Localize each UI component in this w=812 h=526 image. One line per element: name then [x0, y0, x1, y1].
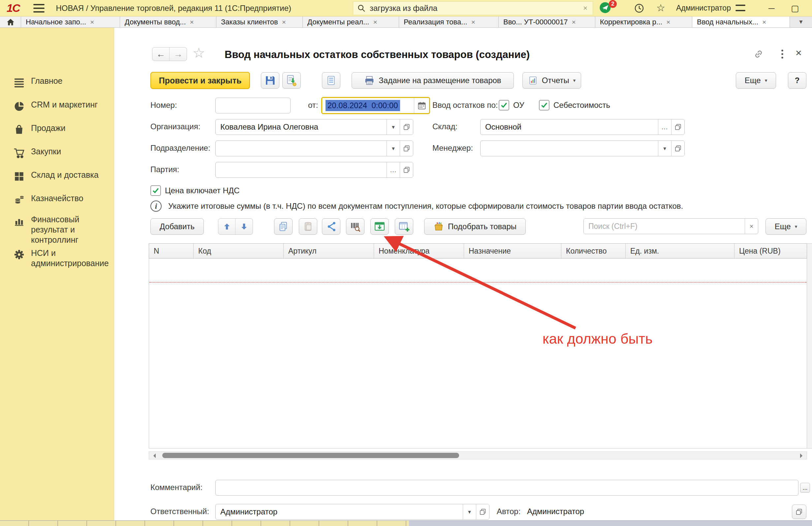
- tab-close-icon[interactable]: ×: [666, 18, 670, 26]
- sidebar-item-kaznacheystvo[interactable]: Казначейство: [0, 193, 114, 206]
- tab-close-icon[interactable]: ×: [282, 18, 286, 26]
- help-button[interactable]: ?: [788, 72, 807, 89]
- close-document-icon[interactable]: ×: [796, 47, 802, 59]
- current-user[interactable]: Администратор: [676, 4, 731, 13]
- barcode-scan-button[interactable]: [346, 218, 364, 235]
- warehouse-field[interactable]: Основной ...: [480, 119, 685, 135]
- favorite-star-icon[interactable]: ☆: [193, 45, 205, 61]
- load-from-file-button[interactable]: [371, 218, 389, 235]
- favorites-icon[interactable]: ☆: [656, 2, 665, 14]
- pick-goods-button[interactable]: Подобрать товары: [424, 218, 526, 235]
- more-button-top[interactable]: Еще▾: [736, 72, 776, 89]
- checkbox-ou[interactable]: ОУ: [499, 100, 524, 111]
- tab-korrektirovka[interactable]: Корректировка р...×: [595, 16, 692, 27]
- vertical-scrollbar[interactable]: [807, 243, 812, 449]
- organization-field[interactable]: Ковалева Ирина Олеговна ▾: [215, 119, 413, 135]
- table-body[interactable]: [149, 259, 807, 449]
- manager-field[interactable]: ▾: [480, 141, 685, 156]
- tab-close-icon[interactable]: ×: [471, 18, 475, 26]
- col-cena[interactable]: Цена (RUB): [735, 244, 807, 258]
- table-search-input[interactable]: [584, 219, 745, 234]
- open-icon[interactable]: [671, 141, 684, 156]
- history-icon[interactable]: [634, 3, 644, 14]
- tab-realizaciya[interactable]: Реализация това...×: [399, 16, 499, 27]
- save-button[interactable]: [261, 72, 279, 89]
- sidebar-item-zakupki[interactable]: Закупки: [0, 146, 114, 160]
- paste-row-button[interactable]: [299, 218, 317, 235]
- open-icon[interactable]: [400, 141, 413, 156]
- move-up-button[interactable]: [218, 219, 235, 234]
- table-search[interactable]: ×: [583, 218, 758, 234]
- col-ed-izm[interactable]: Ед. изм.: [626, 244, 735, 258]
- number-field[interactable]: [215, 98, 291, 114]
- col-nomenklatura[interactable]: Номенклатура: [374, 244, 464, 258]
- search-clear-icon[interactable]: ×: [745, 219, 758, 234]
- more-button-table[interactable]: Еще▾: [766, 218, 807, 235]
- vat-checkbox[interactable]: Цена включает НДС: [150, 185, 240, 196]
- sidebar-item-finrezultat[interactable]: Финансовый результат и контроллинг: [0, 214, 114, 245]
- minimize-button[interactable]: ─: [768, 0, 774, 16]
- calendar-icon[interactable]: [414, 98, 429, 113]
- comment-expand-button[interactable]: ...: [800, 483, 810, 493]
- tab-close-icon[interactable]: ×: [373, 18, 377, 26]
- search-clear-icon[interactable]: ×: [582, 4, 589, 13]
- tab-close-icon[interactable]: ×: [90, 18, 94, 26]
- horizontal-scrollbar[interactable]: [149, 452, 807, 459]
- open-icon[interactable]: [792, 505, 807, 519]
- scroll-right-icon[interactable]: [800, 453, 805, 458]
- post-document-button[interactable]: [282, 72, 301, 89]
- reports-button[interactable]: Отчеты▾: [522, 72, 581, 89]
- scrollbar-thumb[interactable]: [162, 453, 459, 458]
- tab-dokumenty-vvod[interactable]: Документы ввод...×: [120, 16, 216, 27]
- col-kolichestvo[interactable]: Количество: [561, 244, 626, 258]
- add-from-table-button[interactable]: [395, 218, 413, 235]
- responsible-field[interactable]: Администратор ▾: [215, 504, 490, 520]
- more-kebab-icon[interactable]: [775, 47, 789, 61]
- sidebar-item-prodazhi[interactable]: Продажи: [0, 123, 114, 136]
- forward-button[interactable]: →: [170, 47, 187, 61]
- tab-vvod-nachalnyh-active[interactable]: Ввод начальных...×: [692, 16, 790, 27]
- tab-home[interactable]: [0, 16, 21, 27]
- open-icon[interactable]: [400, 119, 413, 134]
- quick-search[interactable]: ×: [353, 1, 593, 15]
- copy-row-button[interactable]: [274, 218, 292, 235]
- comment-field[interactable]: [215, 480, 798, 496]
- choose-icon[interactable]: ...: [387, 162, 400, 177]
- sidebar-item-crm[interactable]: CRM и маркетинг: [0, 100, 114, 113]
- col-artikul[interactable]: Артикул: [284, 244, 374, 258]
- main-menu-icon[interactable]: [33, 4, 45, 13]
- col-n[interactable]: N: [149, 244, 193, 258]
- scroll-left-icon[interactable]: [151, 453, 156, 458]
- placement-task-button[interactable]: Задание на размещение товаров: [351, 72, 514, 89]
- sidebar-item-sklad[interactable]: Склад и доставка: [0, 170, 114, 183]
- move-down-button[interactable]: [235, 219, 252, 234]
- dropdown-icon[interactable]: ▾: [658, 141, 671, 156]
- open-icon[interactable]: [476, 504, 489, 520]
- batch-field[interactable]: ...: [215, 162, 413, 178]
- open-icon[interactable]: [400, 162, 413, 177]
- date-field[interactable]: 20.08.2024 0:00:00: [321, 97, 430, 114]
- search-input[interactable]: [370, 4, 582, 13]
- service-menu-icon[interactable]: [736, 5, 745, 11]
- sidebar-item-nsi[interactable]: НСИ и администрирование: [0, 248, 114, 268]
- add-row-button[interactable]: Добавить: [150, 218, 204, 235]
- sidebar-item-glavnoe[interactable]: Главное: [0, 76, 114, 89]
- dropdown-icon[interactable]: ▾: [463, 504, 476, 520]
- tab-vvod-ut17[interactable]: Вво... УТ-00000017×: [499, 16, 595, 27]
- tab-zakazy-klientov[interactable]: Заказы клиентов×: [216, 16, 303, 27]
- back-button[interactable]: ←: [153, 47, 170, 61]
- tab-close-icon[interactable]: ×: [190, 18, 194, 26]
- link-icon[interactable]: [751, 47, 766, 61]
- choose-icon[interactable]: ...: [658, 119, 671, 134]
- dropdown-icon[interactable]: ▾: [387, 141, 400, 156]
- tab-close-icon[interactable]: ×: [762, 18, 766, 26]
- post-and-close-button[interactable]: Провести и закрыть: [150, 72, 250, 89]
- tabs-dropdown-icon[interactable]: ▼: [790, 16, 812, 27]
- checkbox-box[interactable]: [150, 185, 161, 196]
- tab-dokumenty-real[interactable]: Документы реал...×: [303, 16, 399, 27]
- checkbox-box[interactable]: [539, 100, 550, 111]
- dropdown-icon[interactable]: ▾: [387, 119, 400, 134]
- col-naznachenie[interactable]: Назначение: [464, 244, 561, 258]
- col-kod[interactable]: Код: [193, 244, 284, 258]
- checkbox-box[interactable]: [499, 100, 509, 111]
